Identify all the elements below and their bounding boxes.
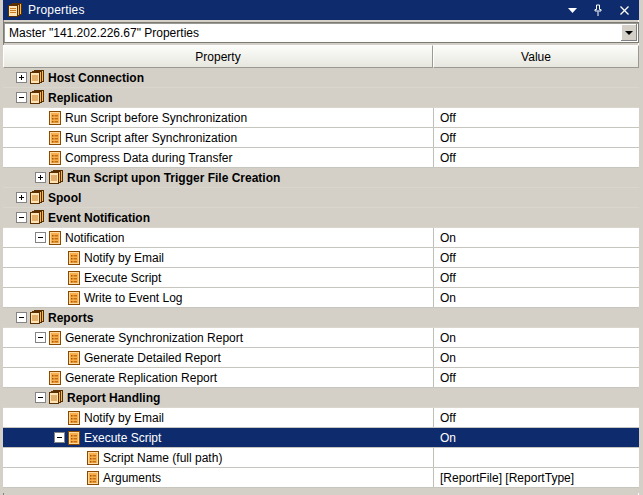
title-bar: Properties: [3, 0, 639, 20]
expand-toggle-icon[interactable]: [35, 392, 46, 403]
row-label: Execute Script: [84, 271, 161, 285]
property-page-icon: [48, 150, 62, 166]
table-row-script-name-full-path-[interactable]: Script Name (full path): [3, 448, 639, 468]
category-stack-icon: [48, 170, 64, 185]
row-value: Off: [433, 268, 639, 287]
chevron-down-icon[interactable]: [565, 3, 579, 17]
selected-target-label: Master "141.202.226.67" Properties: [4, 26, 199, 40]
grid-header: Property Value: [3, 45, 639, 68]
table-row-execute-script[interactable]: Execute Script On: [3, 428, 639, 448]
row-value: On: [433, 288, 639, 307]
tree-indent: [3, 137, 35, 138]
row-value: Off: [433, 248, 639, 267]
row-label: Generate Replication Report: [65, 371, 217, 385]
property-page-icon: [86, 450, 100, 466]
table-row-event-notification[interactable]: Event Notification: [3, 208, 639, 228]
row-label: Execute Script: [84, 431, 161, 445]
table-row-notify-by-email[interactable]: Notify by Email Off: [3, 408, 639, 428]
row-label: Arguments: [103, 471, 161, 485]
table-row-run-script-before-synchronization[interactable]: Run Script before Synchronization Off: [3, 108, 639, 128]
row-value: [433, 448, 639, 467]
row-value: Off: [433, 108, 639, 127]
category-stack-icon: [29, 310, 45, 325]
tree-indent: [3, 237, 35, 238]
table-row-arguments[interactable]: Arguments [ReportFile] [ReportType]: [3, 468, 639, 488]
row-value: [433, 88, 639, 107]
expand-toggle-icon[interactable]: [35, 332, 46, 343]
column-header-value[interactable]: Value: [433, 45, 639, 68]
expand-toggle-icon[interactable]: [54, 432, 65, 443]
close-icon[interactable]: [617, 3, 631, 17]
tree-indent: [3, 357, 54, 358]
row-label: Notify by Email: [84, 251, 164, 265]
expand-toggle-icon[interactable]: [16, 72, 27, 83]
tree-indent: [3, 117, 35, 118]
table-row-spool[interactable]: Spool: [3, 188, 639, 208]
property-page-icon: [67, 430, 81, 446]
row-value: [433, 308, 639, 327]
table-row-run-script-upon-trigger-file-creation[interactable]: Run Script upon Trigger File Creation: [3, 168, 639, 188]
table-row-write-to-event-log[interactable]: Write to Event Log On: [3, 288, 639, 308]
property-page-icon: [48, 330, 62, 346]
row-label: Report Handling: [67, 391, 160, 405]
table-row-execute-script[interactable]: Execute Script Off: [3, 268, 639, 288]
expand-toggle-icon[interactable]: [35, 232, 46, 243]
row-label: Host Connection: [48, 71, 144, 85]
property-tree: Host Connection Replication Run Script b…: [3, 68, 639, 488]
stacked-pages-icon: [7, 3, 23, 17]
row-label: Notification: [65, 231, 124, 245]
row-label: Generate Synchronization Report: [65, 331, 243, 345]
table-row-generate-replication-report[interactable]: Generate Replication Report Off: [3, 368, 639, 388]
expand-toggle-icon[interactable]: [35, 172, 46, 183]
expand-toggle-icon[interactable]: [16, 192, 27, 203]
table-row-notification[interactable]: Notification On: [3, 228, 639, 248]
row-label: Generate Detailed Report: [84, 351, 221, 365]
tree-indent: [3, 457, 73, 458]
row-label: Reports: [48, 311, 93, 325]
category-stack-icon: [29, 210, 45, 225]
tree-indent: [3, 417, 54, 418]
properties-panel: Properties Master "141.202.226.67" Prope: [0, 0, 643, 495]
tree-indent: [3, 397, 35, 398]
table-row-replication[interactable]: Replication: [3, 88, 639, 108]
expand-toggle-icon[interactable]: [16, 92, 27, 103]
tree-indent: [3, 437, 54, 438]
row-value: On: [433, 228, 639, 247]
tree-indent: [3, 177, 35, 178]
tree-indent: [3, 297, 54, 298]
property-page-icon: [67, 270, 81, 286]
row-label: Run Script before Synchronization: [65, 111, 247, 125]
tree-indent: [3, 377, 35, 378]
table-row-run-script-after-synchronization[interactable]: Run Script after Synchronization Off: [3, 128, 639, 148]
category-stack-icon: [29, 70, 45, 85]
tree-indent: [3, 317, 16, 318]
row-label: Spool: [48, 191, 81, 205]
property-page-icon: [48, 130, 62, 146]
table-row-notify-by-email[interactable]: Notify by Email Off: [3, 248, 639, 268]
panel-title: Properties: [28, 3, 565, 17]
property-page-icon: [48, 230, 62, 246]
tree-indent: [3, 477, 73, 478]
expand-toggle-icon[interactable]: [16, 212, 27, 223]
row-label: Run Script upon Trigger File Creation: [67, 171, 280, 185]
table-row-compress-data-during-transfer[interactable]: Compress Data during Transfer Off: [3, 148, 639, 168]
row-value: [433, 68, 639, 87]
table-row-host-connection[interactable]: Host Connection: [3, 68, 639, 88]
column-header-property[interactable]: Property: [3, 45, 433, 68]
table-row-generate-synchronization-report[interactable]: Generate Synchronization Report On: [3, 328, 639, 348]
expand-toggle-icon[interactable]: [16, 312, 27, 323]
table-row-reports[interactable]: Reports: [3, 308, 639, 328]
pin-icon[interactable]: [591, 3, 605, 17]
property-page-icon: [48, 370, 62, 386]
tree-indent: [3, 97, 16, 98]
row-value: Off: [433, 368, 639, 387]
category-stack-icon: [29, 190, 45, 205]
property-page-icon: [67, 410, 81, 426]
table-row-report-handling[interactable]: Report Handling: [3, 388, 639, 408]
row-value: [433, 208, 639, 227]
row-value: Off: [433, 148, 639, 167]
row-value: Off: [433, 408, 639, 427]
properties-target-select[interactable]: Master "141.202.226.67" Properties: [3, 22, 639, 43]
table-row-generate-detailed-report[interactable]: Generate Detailed Report On: [3, 348, 639, 368]
dropdown-arrow-icon[interactable]: [620, 24, 637, 41]
